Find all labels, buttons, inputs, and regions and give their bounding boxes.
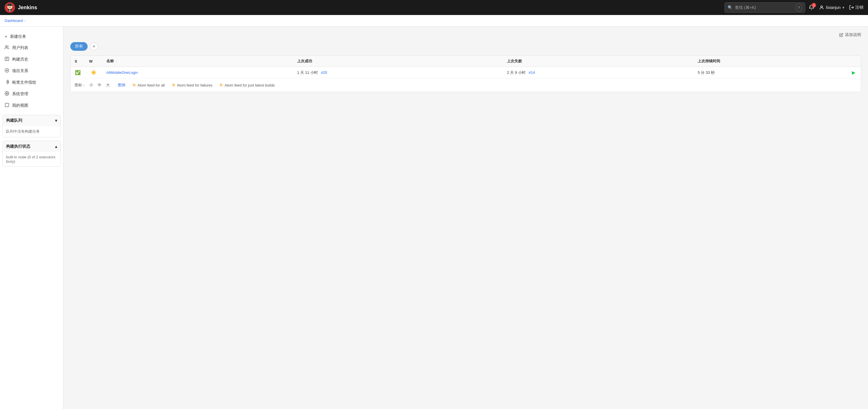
history-icon <box>5 57 9 62</box>
breadcrumb-dashboard[interactable]: Dashboard <box>5 19 23 23</box>
atom-feed-all-label: Atom feed for all <box>137 83 165 87</box>
build-queue-header[interactable]: 构建队列 ▾ <box>3 115 61 126</box>
build-status-chevron: ▴ <box>55 144 57 149</box>
jenkins-logo[interactable]: Jenkins <box>5 2 37 13</box>
sidebar-item-my-view[interactable]: 我的视图 <box>0 100 63 111</box>
build-status-header[interactable]: 构建执行状态 ▴ <box>3 141 61 152</box>
sidebar-item-users[interactable]: 用户列表 <box>0 42 63 54</box>
sort-icon: ↓ <box>116 60 117 63</box>
build-status-body: built-in node (0 of 2 executors busy) <box>3 152 61 167</box>
main-layout: + 新建任务 用户列表 <box>0 27 868 409</box>
atom-feed-latest-link[interactable]: Atom feed for just latest builds <box>219 83 275 88</box>
table-row: ✅ ☀️ AliMobileOneLogin 1 天 11 小时 <box>71 67 861 79</box>
last-fail-build-link[interactable]: #14 <box>529 70 535 75</box>
build-queue-empty: 队列中没有构建任务 <box>6 129 40 134</box>
search-input[interactable] <box>735 5 793 10</box>
job-duration-cell: 5 分 33 秒 <box>694 67 846 79</box>
sidebar-label-project-rel: 项目关系 <box>12 68 28 74</box>
svg-point-4 <box>10 6 11 6</box>
add-description-label: 添加说明 <box>845 32 861 37</box>
svg-point-8 <box>5 46 7 47</box>
col-header-duration: 上次持续时间 <box>694 56 846 67</box>
search-help-icon[interactable]: ? <box>796 3 802 11</box>
job-last-fail-cell: 2 天 9 小时 #14 <box>503 67 694 79</box>
col-header-last-fail: 上次失败 <box>503 56 694 67</box>
icon-size-large[interactable]: 大 <box>105 82 111 88</box>
job-name-cell: AliMobileOneLogin <box>102 67 293 79</box>
legend-link[interactable]: 图例 <box>118 83 125 88</box>
tabs-row: 所有 + <box>70 42 861 51</box>
icon-size-group: 图标： 小 中 大 <box>75 82 111 88</box>
col-header-w: W <box>85 56 102 67</box>
fingerprint-icon <box>5 80 9 85</box>
build-status-title: 构建执行状态 <box>6 144 30 149</box>
tab-all[interactable]: 所有 <box>70 42 88 51</box>
main-content: 添加说明 所有 + S W <box>63 27 868 409</box>
atom-feed-all-link[interactable]: Atom feed for all <box>132 83 165 88</box>
sidebar-label-fingerprint: 检查文件指纹 <box>12 80 36 85</box>
svg-rect-17 <box>5 103 9 107</box>
icon-size-small[interactable]: 小 <box>88 82 94 88</box>
icon-label: 图标： <box>75 83 86 88</box>
build-queue-chevron: ▾ <box>55 118 57 123</box>
breadcrumb: Dashboard › <box>0 15 868 27</box>
users-icon <box>5 45 9 51</box>
sidebar-label-new-task: 新建任务 <box>10 34 26 39</box>
sidebar-item-fingerprint[interactable]: 检查文件指纹 <box>0 77 63 88</box>
atom-feed-failures-link[interactable]: Atom feed for failures <box>172 83 213 88</box>
col-header-s: S <box>71 56 85 67</box>
rss-latest-icon <box>219 83 223 88</box>
search-icon: 🔍 <box>727 5 733 10</box>
svg-point-18 <box>133 85 134 86</box>
sidebar-label-build-history: 构建历史 <box>12 57 28 62</box>
svg-point-16 <box>6 93 7 94</box>
sidebar-item-new-task[interactable]: + 新建任务 <box>0 31 63 42</box>
svg-point-14 <box>6 70 7 71</box>
svg-point-5 <box>811 9 812 10</box>
tab-add-button[interactable]: + <box>90 42 98 51</box>
app-header: Jenkins 🔍 ? 1 lixianjun ▾ <box>0 0 868 15</box>
jenkins-logo-icon <box>5 2 15 13</box>
sidebar-label-my-view: 我的视图 <box>12 103 28 108</box>
gear-icon <box>5 91 9 97</box>
project-icon <box>5 68 9 74</box>
sidebar-label-users: 用户列表 <box>12 45 28 51</box>
job-run-cell: ▶ <box>846 67 861 79</box>
build-queue-body: 队列中没有构建任务 <box>3 126 61 137</box>
svg-point-3 <box>9 6 9 6</box>
run-button[interactable]: ▶ <box>852 70 855 75</box>
table-header-row: S W 名称 ↓ 上次成功 上次失败 <box>71 56 861 67</box>
col-header-run <box>846 56 861 67</box>
build-status-node: built-in node (0 of 2 executors busy) <box>6 155 55 164</box>
job-link[interactable]: AliMobileOneLogin <box>106 70 138 75</box>
build-status-panel: 构建执行状态 ▴ built-in node (0 of 2 executors… <box>2 141 61 167</box>
plus-icon: + <box>5 34 7 39</box>
job-weather-cell: ☀️ <box>85 67 102 79</box>
job-status-cell: ✅ <box>71 67 85 79</box>
sidebar: + 新建任务 用户列表 <box>0 27 63 409</box>
icon-size-medium[interactable]: 中 <box>97 82 102 88</box>
col-header-name[interactable]: 名称 ↓ <box>102 56 293 67</box>
user-menu[interactable]: lixianjun ▾ <box>819 5 844 10</box>
weather-icon: ☀️ <box>91 70 97 75</box>
rss-all-icon <box>132 83 136 88</box>
sidebar-item-project-rel[interactable]: 项目关系 <box>0 65 63 77</box>
logout-button[interactable]: 注销 <box>849 5 863 10</box>
notification-count: 1 <box>811 3 816 7</box>
table-footer: 图标： 小 中 大 图例 Atom feed for all <box>71 79 861 92</box>
build-queue-title: 构建队列 <box>6 118 22 123</box>
search-bar[interactable]: 🔍 ? <box>724 2 805 13</box>
add-description-button[interactable]: 添加说明 <box>839 32 861 37</box>
sidebar-label-sys-admin: 系统管理 <box>12 91 28 97</box>
header-actions: 1 lixianjun ▾ 注销 <box>809 5 863 10</box>
svg-point-6 <box>821 6 823 7</box>
atom-feed-latest-label: Atom feed for just latest builds <box>224 83 275 87</box>
sidebar-item-sys-admin[interactable]: 系统管理 <box>0 88 63 100</box>
build-queue-panel: 构建队列 ▾ 队列中没有构建任务 <box>2 115 61 137</box>
svg-point-19 <box>172 85 173 86</box>
job-last-success-cell: 1 天 11 小时 #20 <box>293 67 503 79</box>
sidebar-item-build-history[interactable]: 构建历史 <box>0 54 63 65</box>
notification-button[interactable]: 1 <box>809 5 814 10</box>
view-icon <box>5 103 9 109</box>
last-success-build-link[interactable]: #20 <box>321 70 327 75</box>
